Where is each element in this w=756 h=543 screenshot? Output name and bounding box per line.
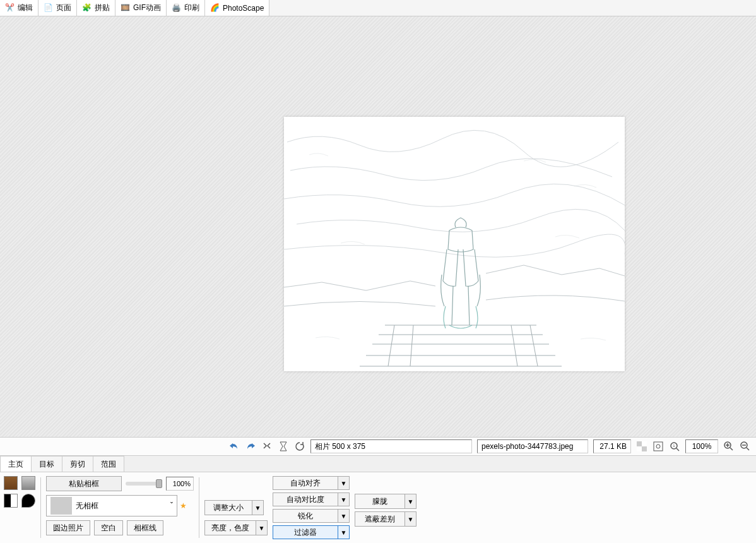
brush-icon[interactable] — [21, 494, 35, 508]
swatch-sepia[interactable] — [4, 476, 18, 490]
resize-button[interactable]: 调整大小 ▼ — [204, 500, 268, 515]
frame-column: 粘贴相框 100% 无相框 ˇ ★ 圆边照片 空白 相框线 — [46, 476, 194, 539]
filename-field: pexels-photo-3447783.jpeg — [477, 439, 588, 453]
toolbar-collage[interactable]: 🧩拼贴 — [77, 0, 115, 16]
round-photo-button[interactable]: 圆边照片 — [46, 520, 90, 535]
chevron-down-icon[interactable]: ▼ — [252, 500, 264, 515]
auto-contrast-button[interactable]: 自动对比度 ▼ — [273, 492, 350, 506]
tab-crop[interactable]: 剪切 — [62, 456, 93, 472]
zoom-in-icon[interactable] — [722, 439, 736, 453]
svg-text:1: 1 — [673, 444, 675, 448]
toolbar-print[interactable]: 🖨️印刷 — [167, 0, 205, 16]
svg-rect-0 — [284, 117, 625, 371]
opacity-value: 100% — [166, 477, 194, 491]
frame-select[interactable]: 无相框 ˇ — [46, 495, 177, 516]
tab-home[interactable]: 主页 — [0, 456, 32, 472]
app-icon: 🌈 — [210, 3, 220, 13]
auto-align-button[interactable]: 自动对齐 ▼ — [273, 476, 350, 490]
chevron-down-icon[interactable]: ▼ — [338, 509, 350, 523]
toolbar-label: 编辑 — [18, 3, 33, 13]
chevron-down-icon[interactable]: ▼ — [338, 492, 350, 506]
toolbar-label: PhotoScape — [223, 4, 264, 13]
checker-icon[interactable] — [635, 439, 649, 453]
toolbar-edit[interactable]: ✂️编辑 — [0, 0, 38, 16]
fit-screen-icon[interactable] — [651, 439, 665, 453]
toolbar-label: GIF动画 — [133, 3, 161, 13]
brightness-color-button[interactable]: 亮度，色度 ▼ — [204, 520, 268, 535]
edit-icon: ✂️ — [5, 3, 15, 13]
zoom-field: 100% — [685, 439, 718, 453]
zoom-out-icon[interactable] — [738, 439, 752, 453]
star-icon[interactable]: ★ — [180, 501, 187, 510]
slider-thumb[interactable] — [156, 479, 162, 488]
actual-size-icon[interactable]: 1 — [668, 439, 682, 453]
blank-button[interactable]: 空白 — [94, 520, 123, 535]
toolbar-label: 页面 — [56, 3, 71, 13]
canvas-area[interactable] — [0, 16, 756, 437]
svg-rect-2 — [637, 441, 642, 446]
toolbar-page[interactable]: 📄页面 — [38, 0, 77, 16]
swap-icon[interactable] — [260, 439, 274, 453]
page-icon: 📄 — [44, 3, 54, 13]
svg-rect-3 — [642, 446, 647, 451]
right-column: 朦胧 ▼ 遮蔽差别 ▼ — [355, 476, 416, 539]
swatch-gray[interactable] — [21, 476, 35, 490]
info-bar: 相片 500 x 375 pexels-photo-3447783.jpeg 2… — [0, 437, 756, 456]
redo-icon[interactable] — [244, 439, 257, 453]
opacity-slider[interactable] — [126, 482, 162, 486]
filter-button[interactable]: 过滤器 ▼ — [273, 525, 350, 539]
tab-range[interactable]: 范围 — [93, 456, 124, 472]
chevron-down-icon[interactable]: ▼ — [256, 520, 268, 535]
frame-line-button[interactable]: 相框线 — [127, 520, 163, 535]
print-icon: 🖨️ — [172, 3, 182, 13]
chevron-down-icon[interactable]: ▼ — [405, 494, 416, 509]
swatch-column — [4, 476, 35, 539]
top-toolbar: ✂️编辑 📄页面 🧩拼贴 🎞️GIF动画 🖨️印刷 🌈PhotoScape — [0, 0, 756, 16]
toolbar-label: 拼贴 — [95, 3, 110, 13]
mask-diff-button[interactable]: 遮蔽差别 ▼ — [355, 511, 416, 527]
toolbar-label: 印刷 — [184, 3, 199, 13]
chevron-down-icon[interactable]: ▼ — [338, 525, 350, 539]
gif-icon: 🎞️ — [121, 3, 131, 13]
paste-frame-button[interactable]: 粘贴相框 — [46, 476, 122, 491]
controls-panel: 粘贴相框 100% 无相框 ˇ ★ 圆边照片 空白 相框线 调整大小 ▼ 亮度，… — [0, 472, 756, 543]
auto-column: 自动对齐 ▼ 自动对比度 ▼ 锐化 ▼ 过滤器 ▼ — [273, 476, 350, 539]
photo-dimensions: 相片 500 x 375 — [310, 439, 472, 453]
tab-bar: 主页 目标 剪切 范围 — [0, 456, 756, 472]
toolbar-gif[interactable]: 🎞️GIF动画 — [115, 0, 167, 16]
frame-thumb-icon — [50, 497, 72, 515]
frame-select-label: 无相框 — [76, 501, 98, 511]
svg-point-5 — [656, 445, 660, 448]
undo-icon[interactable] — [227, 439, 241, 453]
chevron-down-icon[interactable]: ▼ — [338, 476, 350, 490]
refresh-icon[interactable] — [293, 439, 307, 453]
tab-target[interactable]: 目标 — [31, 456, 62, 472]
hourglass-icon[interactable] — [276, 439, 290, 453]
toolbar-photoscape[interactable]: 🌈PhotoScape — [205, 0, 269, 16]
svg-rect-4 — [654, 442, 663, 451]
collage-icon: 🧩 — [82, 3, 92, 13]
blur-button[interactable]: 朦胧 ▼ — [355, 494, 416, 509]
photo-preview[interactable] — [284, 117, 625, 371]
adjust-column: 调整大小 ▼ 亮度，色度 ▼ — [204, 476, 268, 539]
chevron-down-icon: ˇ — [167, 501, 177, 510]
filesize-field: 27.1 KB — [593, 439, 631, 453]
chevron-down-icon[interactable]: ▼ — [405, 511, 416, 527]
sharpen-button[interactable]: 锐化 ▼ — [273, 509, 350, 523]
swatch-bw[interactable] — [4, 494, 18, 508]
